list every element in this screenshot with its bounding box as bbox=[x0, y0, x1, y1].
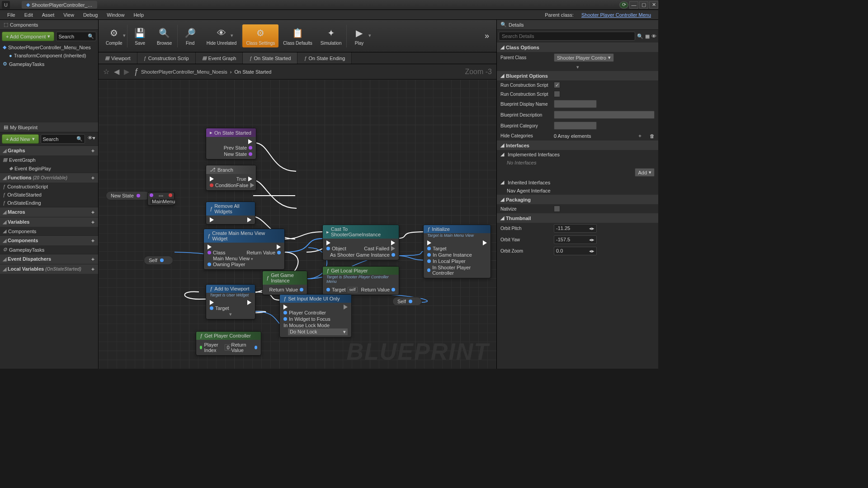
breadcrumb-leaf[interactable]: On State Started bbox=[234, 69, 271, 75]
breadcrumb-root[interactable]: ShooterPlayerController_Menu_Noesis bbox=[141, 69, 227, 75]
grid-icon[interactable]: ▦ bbox=[645, 33, 650, 39]
exec-pin[interactable] bbox=[248, 139, 252, 144]
cat-class-options[interactable]: ◢Class Options bbox=[497, 42, 658, 52]
node-set-input-mode[interactable]: ƒSet Input Mode UI Only Player Controlle… bbox=[279, 294, 352, 338]
details-search[interactable] bbox=[499, 32, 635, 41]
sync-icon[interactable]: ⟳ bbox=[619, 1, 628, 9]
menu-help[interactable]: Help bbox=[129, 11, 148, 19]
add-new-button[interactable]: + Add New▾ bbox=[2, 134, 39, 144]
input-orbit-yaw[interactable]: -157.5◂▸ bbox=[554, 235, 597, 244]
myblueprint-header[interactable]: ▤ My Blueprint bbox=[0, 122, 98, 132]
plus-icon[interactable]: ＋ bbox=[90, 266, 95, 272]
tab-construction-scrip[interactable]: ƒConstruction Scrip bbox=[137, 52, 196, 64]
trash-icon[interactable]: 🗑 bbox=[650, 133, 655, 139]
tool-class-defaults[interactable]: 📋Class Defaults bbox=[279, 24, 316, 47]
pill-new-state[interactable]: New State bbox=[106, 191, 150, 200]
menu-edit[interactable]: Edit bbox=[20, 11, 38, 19]
pin-condition[interactable] bbox=[210, 183, 213, 187]
tab-on-state-started[interactable]: ƒOn State Started bbox=[243, 52, 297, 64]
node-get-local-player[interactable]: ƒGet Local Player Target is Shooter Play… bbox=[322, 266, 399, 295]
menu-debug[interactable]: Debug bbox=[79, 11, 102, 19]
node-cast[interactable]: ▸Cast To ShooterGameInstance ObjectCast … bbox=[322, 225, 399, 260]
section-components[interactable]: ◢ Components＋ bbox=[0, 235, 98, 245]
myblueprint-search[interactable]: Search🔍 bbox=[41, 134, 85, 144]
add-interface-button[interactable]: Add▾ bbox=[635, 168, 655, 177]
favorite-icon[interactable]: ☆ bbox=[103, 67, 109, 76]
item-onstatestarted[interactable]: ƒOnStateStarted bbox=[0, 191, 98, 199]
menu-asset[interactable]: Asset bbox=[38, 11, 59, 19]
item-eventgraph[interactable]: ▦EventGraph bbox=[0, 155, 98, 164]
eye-icon[interactable]: 👁▾ bbox=[87, 134, 96, 144]
plus-icon[interactable]: ＋ bbox=[90, 174, 95, 181]
cat-bp-options[interactable]: ◢Blueprint Options bbox=[497, 71, 658, 80]
eye-icon[interactable]: 👁 bbox=[651, 33, 656, 39]
main-tab[interactable]: ◆ ShooterPlayerController_… bbox=[22, 1, 97, 9]
tool-play[interactable]: ▶Play▾ bbox=[348, 24, 371, 47]
component-gameplay[interactable]: ⚙GameplayTasks bbox=[0, 60, 98, 68]
tab-viewport[interactable]: ▦Viewport bbox=[99, 52, 137, 64]
tool-simulation[interactable]: ✦Simulation bbox=[317, 24, 345, 47]
menu-file[interactable]: File bbox=[3, 11, 20, 19]
section-event-dispatchers[interactable]: ◢ Event Dispatchers＋ bbox=[0, 254, 98, 264]
pin-new-state[interactable] bbox=[249, 152, 252, 156]
input-description[interactable] bbox=[554, 111, 655, 119]
pill-self-1[interactable]: Self bbox=[144, 256, 173, 265]
plus-icon[interactable]: ＋ bbox=[90, 219, 95, 225]
node-initialize[interactable]: ƒInitialize Target is Main Menu View Tar… bbox=[423, 225, 491, 278]
checkbox-nativize[interactable] bbox=[554, 206, 560, 212]
node-get-player-controller[interactable]: ƒGet Player Controller Player Index 0Ret… bbox=[196, 331, 261, 356]
tool-compile[interactable]: ⚙Compile▾ bbox=[102, 24, 126, 47]
search-icon[interactable]: 🔍 bbox=[637, 33, 643, 39]
input-category[interactable] bbox=[554, 122, 597, 130]
tool-find[interactable]: 🔎Find bbox=[179, 24, 202, 47]
node-get-game-instance[interactable]: ƒGet Game Instance Return Value bbox=[262, 271, 307, 295]
add-icon[interactable]: ＋ bbox=[637, 132, 642, 139]
checkbox-rcs2[interactable] bbox=[554, 91, 560, 97]
back-button[interactable]: ◀ bbox=[114, 67, 119, 76]
section-graphs[interactable]: ◢ Graphs＋ bbox=[0, 145, 98, 155]
node-on-state-started[interactable]: ▸On State Started Prev State New State bbox=[206, 128, 256, 160]
component-search[interactable]: Search🔍 bbox=[56, 32, 96, 41]
parent-class-dropdown[interactable]: Shooter Player Contro▾ bbox=[554, 53, 614, 62]
exec-false[interactable] bbox=[250, 183, 254, 188]
item-onstateending[interactable]: ƒOnStateEnding bbox=[0, 199, 98, 207]
tool-save[interactable]: 💾Save bbox=[128, 24, 152, 47]
node-remove-widgets[interactable]: ƒRemove All Widgets bbox=[206, 202, 255, 225]
tool-class-settings[interactable]: ⚙Class Settings bbox=[242, 24, 278, 47]
node-equals[interactable]: == MainMenu bbox=[147, 192, 175, 206]
exec-out[interactable] bbox=[247, 217, 251, 222]
input-display-name[interactable] bbox=[554, 100, 597, 108]
plus-icon[interactable]: ＋ bbox=[90, 209, 95, 216]
components-header[interactable]: ⬚ Components bbox=[0, 20, 98, 30]
plus-icon[interactable]: ＋ bbox=[90, 237, 95, 244]
maximize-button[interactable]: ▢ bbox=[639, 1, 648, 9]
exec-in[interactable] bbox=[210, 217, 214, 222]
plus-icon[interactable]: ＋ bbox=[90, 147, 95, 154]
tool-hide-unrelated[interactable]: 👁Hide Unrelated▾ bbox=[203, 24, 241, 47]
toolbar-overflow[interactable]: » bbox=[481, 31, 493, 41]
component-root[interactable]: ◆ShooterPlayerController_Menu_Noes bbox=[0, 43, 98, 52]
section-local-variables[interactable]: ◢ Local Variables (OnStateStarted)＋ bbox=[0, 264, 98, 274]
parent-class-link[interactable]: Shooter Player Controller Menu bbox=[581, 12, 651, 18]
section-macros[interactable]: ◢ Macros＋ bbox=[0, 207, 98, 217]
pin-prev-state[interactable] bbox=[249, 146, 252, 150]
cat-packaging[interactable]: ◢Packaging bbox=[497, 195, 658, 204]
menu-window[interactable]: Window bbox=[102, 11, 129, 19]
tool-browse[interactable]: 🔍Browse bbox=[153, 24, 176, 47]
node-branch[interactable]: ⎇Branch True ConditionFalse bbox=[206, 165, 256, 191]
checkbox-rcs1[interactable]: ✓ bbox=[554, 82, 560, 88]
section-variables[interactable]: ◢ Variables＋ bbox=[0, 217, 98, 227]
exec-true[interactable] bbox=[248, 177, 252, 182]
node-add-viewport[interactable]: ƒAdd to Viewport Target is User Widget T… bbox=[206, 284, 255, 319]
cat-thumbnail[interactable]: ◢Thumbnail bbox=[497, 213, 658, 223]
pill-self-2[interactable]: Self bbox=[392, 297, 422, 306]
close-button[interactable]: ✕ bbox=[649, 1, 658, 9]
tab-on-state-ending[interactable]: ƒOn State Ending bbox=[297, 52, 352, 64]
graph-canvas[interactable]: ▸On State Started Prev State New State ⎇… bbox=[99, 80, 496, 369]
item-gameplaytasks[interactable]: ⚙GameplayTasks bbox=[0, 245, 98, 254]
forward-button[interactable]: ▶ bbox=[124, 67, 129, 76]
minimize-button[interactable]: — bbox=[629, 1, 638, 9]
variables-components[interactable]: ◢ Components bbox=[0, 227, 98, 235]
section-functions[interactable]: ◢ Functions (20 Overridable)＋ bbox=[0, 173, 98, 183]
menu-view[interactable]: View bbox=[59, 11, 79, 19]
